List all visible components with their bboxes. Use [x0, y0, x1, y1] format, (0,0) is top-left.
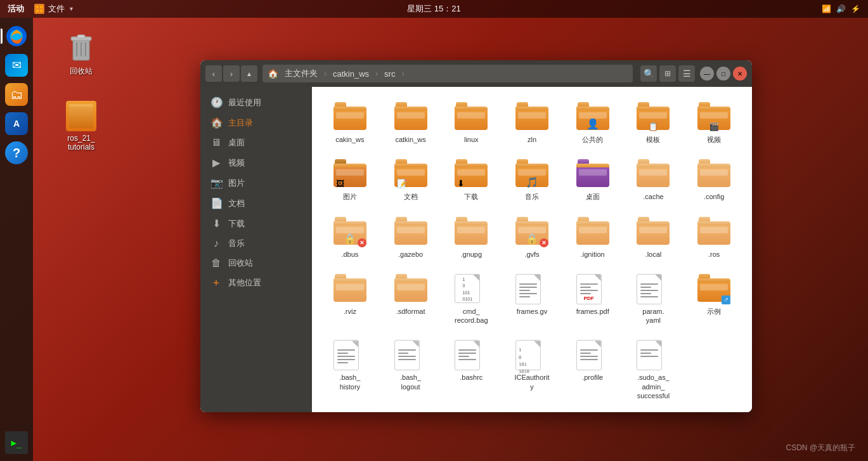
file-item-linux[interactable]: linux — [443, 97, 499, 149]
launcher-item-thunderbird[interactable]: ✉ — [3, 52, 30, 79]
desktop-nav-icon: 🖥 — [211, 137, 222, 148]
network-icon[interactable]: 📶 — [822, 4, 831, 13]
file-item-bash-logout[interactable]: .bash_ logout — [383, 335, 439, 405]
file-item-public[interactable]: 👤 公共的 — [565, 97, 621, 149]
file-item-downloads[interactable]: ⬇ 下载 — [443, 154, 499, 206]
sidebar-item-desktop[interactable]: 🖥 桌面 — [203, 133, 309, 152]
search-button[interactable]: 🔍 — [640, 65, 657, 82]
file-item-iceauthority[interactable]: 101011010 ICEauthorit y — [504, 335, 560, 405]
close-button[interactable]: ✕ — [733, 67, 747, 81]
file-item-gvfs[interactable]: 🔒 ✕ .gvfs — [504, 212, 560, 264]
file-item-config[interactable]: .config — [686, 154, 742, 206]
desktop-icon-ros[interactable]: ros_21_ tutorials — [56, 98, 107, 154]
breadcrumb-catkin[interactable]: catkin_ws — [329, 68, 373, 80]
file-item-cache[interactable]: .cache — [626, 154, 682, 206]
sidebar-item-music[interactable]: ♪ 音乐 — [203, 234, 309, 253]
file-label-profile: .profile — [582, 373, 603, 382]
file-item-sudo-admin[interactable]: .sudo_as_ admin_ successful — [626, 335, 682, 405]
file-item-cmd-record[interactable]: 101010101 cmd_ record.bag — [443, 269, 499, 330]
view-toggle-button[interactable]: ⊞ — [659, 65, 676, 82]
launcher: ✉ 🗂 A ? ▶_ — [0, 18, 33, 461]
file-item-template[interactable]: 📋 模板 — [626, 97, 682, 149]
svg-rect-1 — [40, 6, 42, 8]
file-item-pictures[interactable]: 🖼 图片 — [322, 154, 378, 206]
sidebar-item-recent[interactable]: 🕐 最近使用 — [203, 93, 309, 112]
file-item-dbus[interactable]: 🔒 ✕ .dbus — [322, 212, 378, 264]
file-item-example[interactable]: ↗ 示例 — [686, 269, 742, 330]
app-menu[interactable]: 文件 ▼ — [34, 3, 74, 15]
file-label-config: .config — [704, 192, 724, 201]
sidebar-item-home[interactable]: 🏠 主目录 — [203, 113, 309, 133]
file-label-catkin_ws: catkin_ws — [395, 135, 425, 144]
file-label-cache: .cache — [643, 192, 663, 201]
sidebar-item-video[interactable]: ▶ 视频 — [203, 153, 309, 172]
music-nav-icon: ♪ — [211, 238, 222, 249]
file-label-desktop: 桌面 — [586, 192, 600, 201]
file-item-music[interactable]: 🎵 音乐 — [504, 154, 560, 206]
file-item-param-yaml[interactable]: param. yaml — [626, 269, 682, 330]
file-grid: cakin_ws catkin_ws linux zln — [322, 97, 742, 405]
breadcrumb-sep-3: › — [401, 69, 404, 78]
file-item-frames-pdf[interactable]: PDF frames.pdf — [565, 269, 621, 330]
file-item-bash-history[interactable]: .bash_ history — [322, 335, 378, 405]
file-item-desktop[interactable]: 桌面 — [565, 154, 621, 206]
sidebar-recent-label: 最近使用 — [228, 97, 261, 108]
file-item-cakin_ws[interactable]: cakin_ws — [322, 97, 378, 149]
file-item-gnupg[interactable]: .gnupg — [443, 212, 499, 264]
recent-icon: 🕐 — [211, 96, 222, 108]
launcher-item-firefox[interactable] — [3, 23, 30, 49]
app-menu-icon — [34, 4, 44, 14]
back-button[interactable]: ‹ — [205, 65, 222, 82]
file-label-ros: .ros — [708, 250, 720, 259]
power-icon[interactable]: ⚡ — [851, 4, 860, 13]
sidebar-downloads-label: 下载 — [228, 218, 245, 230]
breadcrumb-src[interactable]: src — [380, 68, 399, 80]
file-item-rviz[interactable]: .rviz — [322, 269, 378, 330]
window-controls: — □ ✕ — [700, 67, 747, 81]
launcher-item-help[interactable]: ? — [3, 140, 30, 166]
file-item-zln[interactable]: zln — [504, 97, 560, 149]
file-label-param-yaml: param. yaml — [642, 307, 664, 325]
file-item-ros[interactable]: .ros — [686, 212, 742, 264]
svg-rect-0 — [36, 6, 39, 8]
launcher-item-files[interactable]: 🗂 — [3, 81, 30, 108]
topbar: 活动 文件 ▼ 星期三 15：21 📶 🔊 ⚡ — [0, 0, 868, 18]
file-item-documents[interactable]: 📝 文档 — [383, 154, 439, 206]
desktop-icon-trash[interactable]: 回收站 — [56, 30, 107, 79]
forward-button[interactable]: › — [223, 65, 240, 82]
activities-button[interactable]: 活动 — [8, 3, 24, 15]
maximize-button[interactable]: □ — [716, 67, 730, 81]
file-label-documents: 文档 — [404, 192, 418, 201]
main-content: cakin_ws catkin_ws linux zln — [312, 87, 752, 412]
sidebar-item-pictures[interactable]: 📷 图片 — [203, 173, 309, 193]
file-label-cmd-record: cmd_ record.bag — [455, 307, 488, 325]
sidebar-item-trash[interactable]: 🗑 回收站 — [203, 254, 309, 273]
file-item-catkin_ws[interactable]: catkin_ws — [383, 97, 439, 149]
file-item-profile[interactable]: .profile — [565, 335, 621, 405]
file-item-sdformat[interactable]: .sdformat — [383, 269, 439, 330]
file-item-gazebo[interactable]: .gazebo — [383, 212, 439, 264]
volume-icon[interactable]: 🔊 — [836, 4, 846, 13]
sidebar-item-downloads[interactable]: ⬇ 下载 — [203, 214, 309, 233]
launcher-item-libreoffice[interactable]: A — [3, 110, 30, 137]
link-overlay-example: ↗ — [722, 295, 730, 304]
minimize-button[interactable]: — — [700, 67, 714, 81]
file-label-bashrc: .bashrc — [460, 373, 483, 382]
file-label-iceauthority: ICEauthorit y — [514, 373, 549, 391]
file-item-local[interactable]: .local — [626, 212, 682, 264]
sidebar-item-other[interactable]: + 其他位置 — [203, 273, 309, 292]
menu-button[interactable]: ☰ — [678, 65, 695, 82]
pictures-nav-icon: 📷 — [211, 177, 222, 189]
file-item-frames-gv[interactable]: frames.gv — [504, 269, 560, 330]
parent-button[interactable]: ▲ — [241, 65, 257, 82]
launcher-item-terminal[interactable]: ▶_ — [3, 429, 30, 456]
sidebar-item-documents[interactable]: 📄 文档 — [203, 193, 309, 213]
file-label-dbus: .dbus — [341, 250, 358, 259]
file-item-video[interactable]: 🎬 视频 — [686, 97, 742, 149]
file-label-sdformat: .sdformat — [396, 307, 425, 316]
file-label-linux: linux — [464, 135, 479, 144]
file-item-bashrc[interactable]: .bashrc — [443, 335, 499, 405]
breadcrumb-home[interactable]: 主文件夹 — [281, 67, 321, 81]
file-label-gnupg: .gnupg — [460, 250, 482, 259]
file-item-ignition[interactable]: .ignition — [565, 212, 621, 264]
